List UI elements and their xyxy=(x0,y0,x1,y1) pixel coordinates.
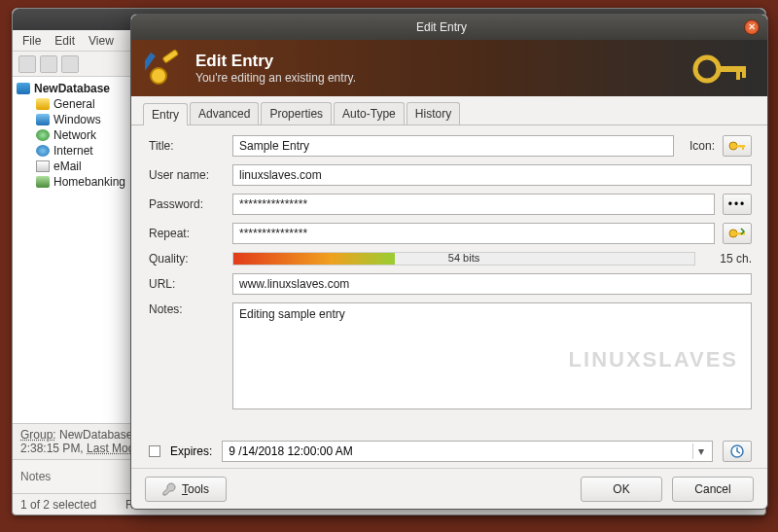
banner-title: Edit Entry xyxy=(195,52,356,71)
svg-rect-9 xyxy=(742,147,744,150)
expires-datetime[interactable]: 9 /14/2018 12:00:00 AM ▾ xyxy=(222,441,713,462)
bank-icon xyxy=(36,176,50,188)
close-button[interactable]: ✕ xyxy=(744,19,760,35)
repeat-input[interactable] xyxy=(232,223,715,244)
expires-value: 9 /14/2018 12:00:00 AM xyxy=(229,444,692,458)
menu-view[interactable]: View xyxy=(88,34,114,48)
entry-form: Title: Icon: User name: Password: ••• Re… xyxy=(131,125,767,441)
notes-label: Notes: xyxy=(149,302,225,316)
banner-key-icon xyxy=(691,48,750,90)
toolbar-button[interactable] xyxy=(18,55,36,73)
char-count: 15 ch. xyxy=(703,252,752,266)
svg-point-0 xyxy=(151,68,166,84)
title-input[interactable] xyxy=(232,135,674,157)
toolbar-button[interactable] xyxy=(40,55,57,73)
svg-rect-4 xyxy=(717,66,746,72)
title-label: Title: xyxy=(149,139,225,153)
key-icon xyxy=(36,98,50,110)
generate-password-button[interactable] xyxy=(723,223,752,244)
clock-icon xyxy=(729,443,745,459)
dots-icon: ••• xyxy=(728,197,747,211)
tab-history[interactable]: History xyxy=(407,102,460,124)
quality-label: Quality: xyxy=(149,252,225,266)
icon-label: Icon: xyxy=(682,139,715,153)
url-input[interactable] xyxy=(232,273,752,295)
network-icon xyxy=(36,129,50,141)
dialog-titlebar[interactable]: Edit Entry ✕ xyxy=(131,15,767,40)
expires-preset-button[interactable] xyxy=(723,441,752,462)
svg-point-10 xyxy=(729,230,737,237)
username-label: User name: xyxy=(149,168,225,182)
password-input[interactable] xyxy=(232,194,715,215)
details-group-label: Group: NewDatabase, xyxy=(20,428,136,442)
tab-properties[interactable]: Properties xyxy=(261,102,332,124)
password-label: Password: xyxy=(149,197,225,211)
dialog-footer: Tools OK Cancel xyxy=(131,468,767,509)
windows-icon xyxy=(36,114,50,125)
globe-icon xyxy=(36,145,50,157)
toolbar-button[interactable] xyxy=(61,55,79,73)
quality-bits: 54 bits xyxy=(448,252,479,264)
svg-point-3 xyxy=(695,57,719,81)
status-selection: 1 of 2 selected xyxy=(20,498,96,512)
tab-entry[interactable]: Entry xyxy=(143,103,188,125)
tree-root-label: NewDatabase xyxy=(34,82,110,95)
wrench-icon xyxy=(162,482,176,496)
dialog-banner: Edit Entry You're editing an existing en… xyxy=(131,40,767,96)
key-generate-icon xyxy=(728,227,746,240)
ok-button[interactable]: OK xyxy=(581,477,662,502)
edit-entry-dialog: Edit Entry ✕ Edit Entry You're editing a… xyxy=(130,14,768,510)
menu-file[interactable]: File xyxy=(22,34,41,48)
reveal-password-button[interactable]: ••• xyxy=(723,194,752,215)
database-icon xyxy=(17,83,30,94)
username-input[interactable] xyxy=(232,164,752,186)
notes-textarea[interactable] xyxy=(232,302,752,409)
repeat-label: Repeat: xyxy=(149,227,225,240)
tools-button[interactable]: Tools xyxy=(145,477,227,502)
expires-checkbox[interactable] xyxy=(149,445,160,457)
tab-autotype[interactable]: Auto-Type xyxy=(334,102,405,124)
svg-rect-1 xyxy=(162,50,179,63)
tab-advanced[interactable]: Advanced xyxy=(190,102,259,124)
banner-subtitle: You're editing an existing entry. xyxy=(195,71,356,85)
pencil-key-icon xyxy=(145,49,184,88)
mail-icon xyxy=(36,160,50,172)
svg-point-7 xyxy=(729,142,737,150)
details-time: 2:38:15 PM, Last Modif xyxy=(20,442,140,455)
key-icon xyxy=(728,139,746,153)
svg-rect-6 xyxy=(742,72,746,78)
tabs: Entry Advanced Properties Auto-Type Hist… xyxy=(131,96,767,125)
quality-meter: 54 bits xyxy=(232,252,695,266)
menu-edit[interactable]: Edit xyxy=(54,34,75,48)
icon-picker-button[interactable] xyxy=(723,135,752,157)
cancel-button[interactable]: Cancel xyxy=(672,477,754,502)
url-label: URL: xyxy=(149,277,225,291)
expires-label: Expires: xyxy=(170,444,212,458)
chevron-down-icon[interactable]: ▾ xyxy=(692,443,708,459)
dialog-title: Edit Entry xyxy=(139,20,744,34)
svg-rect-5 xyxy=(736,72,740,80)
